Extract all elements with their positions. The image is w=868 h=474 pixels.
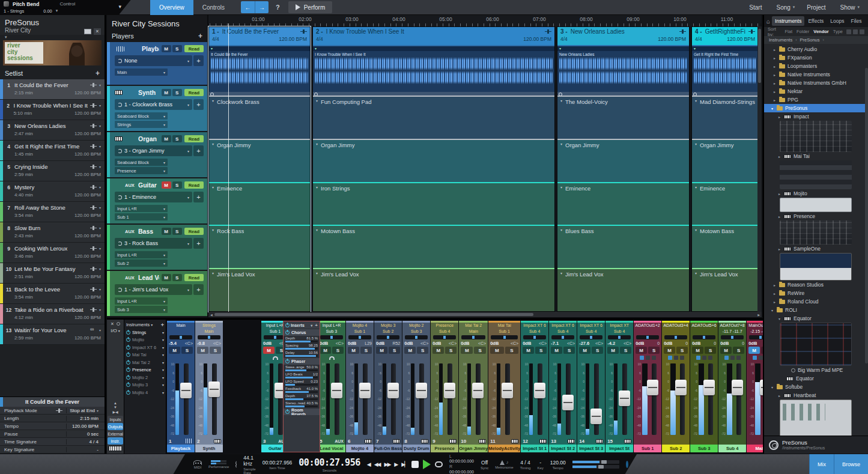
pan-slider[interactable] [721,335,744,339]
song-info-row[interactable]: Playback Mode Stop at End ▾ [0,407,105,415]
playback-mode-icon[interactable] [90,328,97,332]
tree-item[interactable]: ▸ FXpansion [764,53,868,62]
fader-handle[interactable] [675,380,687,395]
tree-item[interactable] [764,400,868,436]
automation-read-button[interactable]: Read [184,89,204,96]
cue-icon[interactable] [736,356,741,360]
mute-button[interactable]: M [490,347,503,354]
pan-value[interactable]: <C> [449,341,457,345]
playback-mode-icon[interactable] [90,103,97,108]
mute-button[interactable]: M [162,274,171,281]
channel-name[interactable]: Presence [431,445,458,452]
instrument-item[interactable]: Impact XT 6 ▾ [124,344,166,351]
fader-handle[interactable] [562,395,574,410]
expand-arrow-icon[interactable]: ▸ [772,291,777,296]
pitch-bend-control[interactable]: Pit​ch Bend Control 1 - Strings 0.00 ▾ ▾ [0,0,131,15]
mixer-view-toggle[interactable]: External [108,430,123,437]
mute-button[interactable]: M [197,347,208,354]
fader-handle[interactable] [359,383,371,398]
pan-value[interactable]: <C> [213,341,221,345]
pan-value[interactable]: <C> [539,341,547,345]
fader-handle[interactable] [180,383,192,398]
song-column[interactable]: 3 - New Orleans Ladies 4/4 120.00 BPM ▾ … [557,26,690,312]
power-icon[interactable] [126,375,130,380]
patch-block[interactable]: ▾ Eminence [557,182,689,225]
fader-track[interactable] [391,363,396,435]
power-icon[interactable] [126,345,130,350]
song-column[interactable]: 2 - I Know Trouble When I See It 4/4 120… [312,26,555,312]
expand-arrow-icon[interactable]: ▸ [772,98,777,102]
channel-name[interactable]: Lead Vocal [318,445,345,452]
mute-button[interactable]: M [692,347,703,354]
channel-name[interactable]: Playback [167,445,195,452]
expand-arrow-icon[interactable]: ▾ [770,106,774,111]
channel-name[interactable]: Sub 4 [718,445,746,452]
setlist-item[interactable]: 1 It Could Be the Fever ▾ 2:15 min 120.0… [0,79,105,100]
fader-handle[interactable] [416,383,427,398]
fast-forward-button[interactable]: ▶▶ [384,461,390,467]
channel-name[interactable]: MelodyActivity [488,445,520,452]
tree-item[interactable]: ▸ Impact [764,112,868,121]
chevron-down-icon[interactable]: ▾ [212,185,214,189]
playback-mode-icon[interactable] [90,287,97,291]
routing-selector[interactable]: Presence ▾ [115,167,168,174]
pan-value[interactable]: L29 [365,341,372,345]
channel-output-bus[interactable]: Sub 3 [402,329,430,335]
patch-block[interactable]: ▾ Organ Jimmy [209,139,310,182]
power-icon[interactable] [285,359,290,363]
tree-item[interactable]: ▸ Mojito [764,189,868,198]
routing-selector[interactable]: Strings ▾ [115,121,168,128]
channel-source-bus[interactable]: Impact XT [605,323,633,329]
setlist-item[interactable]: 4 Get It Right the First Time ▾ 1:45 min… [0,141,105,161]
channel-source-bus[interactable]: Input L+R [318,323,345,329]
player-card[interactable]: AUX Lead Vocal M S Read 1 - Jim's Lead V… [107,271,207,316]
instrument-item[interactable]: Mojito 3 ▾ [124,381,166,389]
volume-value[interactable]: 0dB [664,341,672,346]
return-to-start-button[interactable]: ▶▏ [401,461,407,467]
solo-button[interactable]: S [474,347,486,354]
pan-slider[interactable] [664,335,687,339]
mute-button[interactable]: M [263,347,275,354]
tree-item[interactable]: Big Warm Pad MPE [764,366,868,374]
plugin-thumbnail[interactable] [780,400,852,436]
speaker-icon[interactable] [674,356,678,360]
follow-icon[interactable]: → [255,1,269,13]
chevron-down-icon[interactable]: ▾ [212,228,214,232]
mixer-channel[interactable]: Impact XT 6 Sub 4 0dB <C> M S [521,321,548,452]
volume-value[interactable]: 0dB [490,341,499,346]
pan-value[interactable]: <C> [567,341,575,345]
fader-track[interactable] [212,363,217,435]
solo-button[interactable]: S [210,347,221,354]
expand-arrow-icon[interactable]: ▸ [772,73,777,77]
channel-source-bus[interactable]: Mojito 3 [374,323,402,329]
pan-value[interactable]: <C> [185,341,193,345]
playback-clip[interactable]: ▾ I Know Trouble When I See It [313,45,554,96]
info-value[interactable]: 4 / 4 [89,439,99,445]
expand-arrow-icon[interactable]: ▸ [772,56,777,60]
player-card[interactable]: AUX Bass M S Read 3 - Rock Bass ▾ [107,225,207,270]
mixer-channel[interactable]: ADATOut1+2 0dB 0 M S [634,321,661,452]
mute-button[interactable]: M [162,45,171,52]
automation-read-button[interactable]: Read [184,228,204,235]
volume-value[interactable]: -0.8 [197,341,205,346]
player-card[interactable]: Synth M S Read 1 - Clockwork Brass ▾ [107,86,207,131]
pan-slider[interactable] [348,335,371,339]
tree-item[interactable]: ▸ Presence [764,212,868,220]
solo-button[interactable]: S [181,347,193,354]
speaker-icon[interactable] [730,356,735,360]
channel-output-bus[interactable]: Main [195,329,223,335]
solo-button[interactable]: S [535,347,547,354]
info-value[interactable]: 2:15 min [80,416,99,421]
insert-parameter[interactable]: Delay 10.56 [284,350,320,357]
insert-parameter[interactable]: LFO Beats 1/2 [284,372,320,378]
playback-mode-icon[interactable] [90,267,97,271]
fader-track[interactable] [652,363,657,435]
solo-button[interactable]: S [563,347,575,354]
chevron-down-icon[interactable]: ▾ [695,271,697,275]
song-column-header[interactable]: 4 - GetItRighttheFir..Tim 4/4 120.00 BPM [692,27,758,45]
chevron-down-icon[interactable]: ▾ [162,383,164,387]
setlist-item[interactable]: 3 New Orleans Ladies ▾ 2:47 min 120.00 B… [0,120,105,141]
tree-item[interactable]: ▸ ReWire [764,289,868,297]
setlist-item[interactable]: 2 I Know Trouble When I See It ▾ 5:10 mi… [0,100,105,120]
volume-value[interactable]: -7.1 [551,341,559,346]
